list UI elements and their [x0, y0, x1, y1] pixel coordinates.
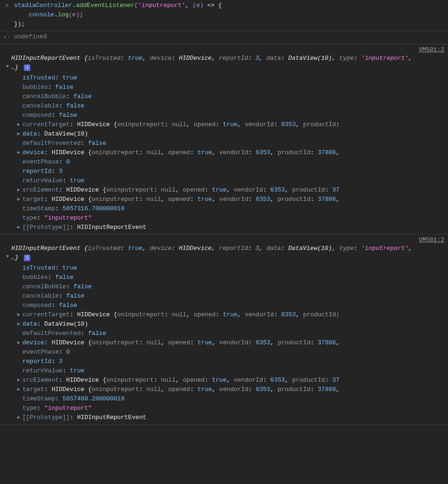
property-key: srcElement: [22, 377, 59, 384]
property-value: 3: [59, 168, 63, 175]
info-icon[interactable]: i: [24, 64, 30, 71]
property-row[interactable]: ▶currentTarget: HIDDevice {oninputreport…: [16, 310, 448, 320]
property-value: false: [73, 93, 92, 100]
property-value: HIDDevice {oninputreport: null, opened: …: [51, 149, 339, 156]
property-row: cancelBubble: false: [16, 92, 448, 101]
property-row: timeStamp: 5657480.200000018: [16, 394, 448, 404]
property-row: type: "inputreport": [16, 404, 448, 413]
property-row: reportId: 3: [16, 167, 448, 176]
property-row[interactable]: ▶srcElement: HIDDevice {oninputreport: n…: [16, 185, 448, 195]
property-row[interactable]: ▶device: HIDDevice {oninputreport: null,…: [16, 338, 448, 348]
property-row: composed: false: [16, 301, 448, 310]
expand-icon[interactable]: ▶: [16, 120, 21, 129]
property-value: false: [55, 84, 73, 91]
property-row[interactable]: ▶[[Prototype]]: HIDInputReportEvent: [16, 413, 448, 422]
property-key: data: [22, 320, 37, 327]
property-value: HIDDevice {oninputreport: null, opened: …: [66, 377, 340, 384]
property-value: true: [70, 177, 84, 184]
prompt-icon: >: [0, 1, 14, 29]
property-value: HIDDevice {oninputreport: null, opened: …: [66, 186, 340, 193]
return-value: undefined: [14, 32, 448, 42]
object-summary[interactable]: HIDInputReportEvent {isTrusted: true, de…: [11, 235, 422, 263]
property-value: true: [63, 74, 77, 81]
expand-icon[interactable]: ▶: [16, 385, 21, 394]
property-value: HIDDevice {oninputreport: null, opened: …: [51, 339, 339, 346]
expand-icon[interactable]: ▶: [16, 195, 21, 204]
code-method: addEventListener: [76, 2, 135, 9]
property-value: 5657480.200000018: [63, 395, 125, 402]
console-return-row: ‹· undefined: [0, 31, 448, 44]
property-key: defaultPrevented: [22, 140, 81, 147]
expand-icon[interactable]: ▶: [16, 338, 21, 348]
object-summary[interactable]: HIDInputReportEvent {isTrusted: true, de…: [11, 45, 422, 72]
property-row: isTrusted: true: [16, 263, 448, 273]
property-row[interactable]: ▶target: HIDDevice {oninputreport: null,…: [16, 195, 448, 204]
property-row: type: "inputreport": [16, 214, 448, 223]
property-row: bubbles: false: [16, 273, 448, 282]
return-icon: ‹·: [0, 32, 14, 42]
property-row[interactable]: ▶target: HIDDevice {oninputreport: null,…: [16, 385, 448, 394]
expand-toggle[interactable]: ▼: [6, 254, 9, 259]
property-row: defaultPrevented: false: [16, 139, 448, 148]
console-log-entry: VM501:2▼HIDInputReportEvent {isTrusted: …: [0, 44, 448, 235]
property-value: false: [59, 112, 77, 119]
property-key: reportId: [22, 358, 51, 365]
property-key: returnValue: [22, 367, 63, 374]
property-value: false: [88, 330, 106, 337]
property-value: HIDInputReportEvent: [77, 414, 146, 421]
property-key: timeStamp: [22, 205, 55, 212]
expand-icon[interactable]: ▶: [16, 376, 21, 385]
property-row: isTrusted: true: [16, 73, 448, 83]
expand-icon[interactable]: ▶: [16, 185, 21, 195]
property-row[interactable]: ▶[[Prototype]]: HIDInputReportEvent: [16, 223, 448, 232]
property-key: target: [22, 386, 44, 393]
property-value: HIDDevice {oninputreport: null, opened: …: [77, 311, 340, 318]
expand-icon[interactable]: ▶: [16, 413, 21, 422]
property-key: composed: [22, 302, 51, 309]
property-value: "inputreport": [44, 405, 92, 412]
object-properties: isTrusted: truebubbles: falsecancelBubbl…: [16, 263, 448, 422]
expand-icon[interactable]: ▶: [16, 148, 21, 157]
property-row: returnValue: true: [16, 176, 448, 185]
property-row[interactable]: ▶data: DataView(10): [16, 320, 448, 329]
property-row[interactable]: ▶srcElement: HIDDevice {oninputreport: n…: [16, 376, 448, 385]
object-properties: isTrusted: truebubbles: falsecancelBubbl…: [16, 73, 448, 232]
property-value: false: [66, 292, 85, 299]
property-value: HIDDevice {oninputreport: null, opened: …: [51, 196, 339, 203]
property-value: "inputreport": [44, 214, 92, 221]
property-key: bubbles: [22, 274, 48, 281]
expand-icon[interactable]: ▶: [16, 223, 21, 232]
property-row: eventPhase: 0: [16, 157, 448, 167]
property-key: device: [22, 339, 44, 346]
property-value: HIDDevice {oninputreport: null, opened: …: [51, 386, 339, 393]
property-row: returnValue: true: [16, 366, 448, 376]
expand-icon[interactable]: ▶: [16, 310, 21, 320]
property-row[interactable]: ▶device: HIDDevice {oninputreport: null,…: [16, 148, 448, 157]
property-key: isTrusted: [22, 264, 55, 271]
property-row: reportId: 3: [16, 357, 448, 366]
property-row[interactable]: ▶currentTarget: HIDDevice {oninputreport…: [16, 120, 448, 129]
console-log-entry: VM501:2▼HIDInputReportEvent {isTrusted: …: [0, 235, 448, 425]
property-key: eventPhase: [22, 349, 59, 356]
property-value: DataView(10): [44, 320, 88, 327]
property-value: 3: [59, 358, 63, 365]
property-value: 5657316.700000018: [63, 205, 125, 212]
source-link[interactable]: VM501:2: [419, 235, 444, 245]
expand-icon[interactable]: ▶: [16, 320, 21, 329]
property-key: cancelBubble: [22, 283, 66, 290]
property-key: type: [22, 405, 37, 412]
property-key: isTrusted: [22, 74, 55, 81]
property-value: DataView(10): [44, 130, 88, 137]
property-row[interactable]: ▶data: DataView(10): [16, 129, 448, 139]
info-icon[interactable]: i: [24, 255, 30, 261]
expand-icon[interactable]: ▶: [16, 129, 21, 139]
expand-toggle[interactable]: ▼: [6, 64, 9, 69]
property-key: returnValue: [22, 177, 63, 184]
property-value: 0: [66, 158, 70, 165]
property-value: HIDDevice {oninputreport: null, opened: …: [77, 121, 340, 128]
property-row: cancelable: false: [16, 101, 448, 111]
source-link[interactable]: VM501:2: [419, 45, 444, 55]
console-input-code[interactable]: stadiaController.addEventListener('input…: [14, 1, 448, 29]
property-key: cancelable: [22, 292, 59, 299]
property-key: device: [22, 149, 44, 156]
